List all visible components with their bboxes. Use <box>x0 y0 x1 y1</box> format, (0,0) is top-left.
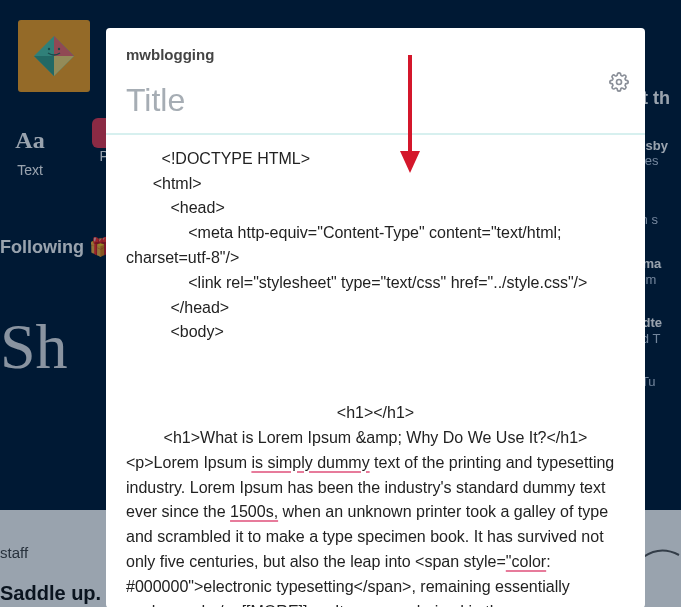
svg-marker-1 <box>54 36 74 56</box>
code-line: <meta http-equiv="Content-Type" content=… <box>126 221 625 271</box>
post-editor-modal: mwblogging <!DOCTYPE HTML> <html> <head>… <box>106 28 645 607</box>
paragraph: <h1></h1> <h1>What is Lorem Ipsum &amp; … <box>126 401 625 607</box>
h1-title: <h1>What is Lorem Ipsum &amp; Why Do We … <box>126 426 625 451</box>
h1-empty: <h1></h1> <box>126 401 625 426</box>
code-line: <!DOCTYPE HTML> <box>126 147 625 172</box>
text-icon: Aa <box>8 118 52 162</box>
code-line: <link rel="stylesheet" type="text/css" h… <box>126 271 625 296</box>
code-line: <html> <box>126 172 625 197</box>
blog-name[interactable]: mwblogging <box>126 46 214 63</box>
saddle-heading: Saddle up. <box>0 582 101 605</box>
svg-point-5 <box>58 48 60 50</box>
staff-label[interactable]: staff <box>0 544 28 561</box>
spellcheck-underline: "color <box>506 553 546 570</box>
svg-point-4 <box>48 48 50 50</box>
post-type-label: Text <box>17 162 43 178</box>
hero-signature: Sh <box>0 310 68 384</box>
seg: <p>Lorem Ipsum <box>126 454 251 471</box>
following-label: Following <box>0 237 84 257</box>
gear-icon[interactable] <box>609 72 629 96</box>
diamond-icon <box>30 32 78 80</box>
code-line: <head> <box>126 196 625 221</box>
code-line: <body> <box>126 320 625 345</box>
title-input[interactable] <box>106 64 645 133</box>
blog-avatar[interactable] <box>18 20 90 92</box>
svg-marker-3 <box>54 56 74 76</box>
svg-point-6 <box>617 80 622 85</box>
svg-marker-2 <box>34 56 54 76</box>
spellcheck-underline: 1500s, <box>230 503 278 520</box>
post-body[interactable]: <!DOCTYPE HTML> <html> <head> <meta http… <box>106 135 645 607</box>
following-tab[interactable]: Following 🎁 <box>0 236 111 258</box>
post-type-text[interactable]: Aa Text <box>8 118 52 178</box>
code-line: </head> <box>126 296 625 321</box>
spellcheck-underline: is simply dummy <box>251 454 369 471</box>
